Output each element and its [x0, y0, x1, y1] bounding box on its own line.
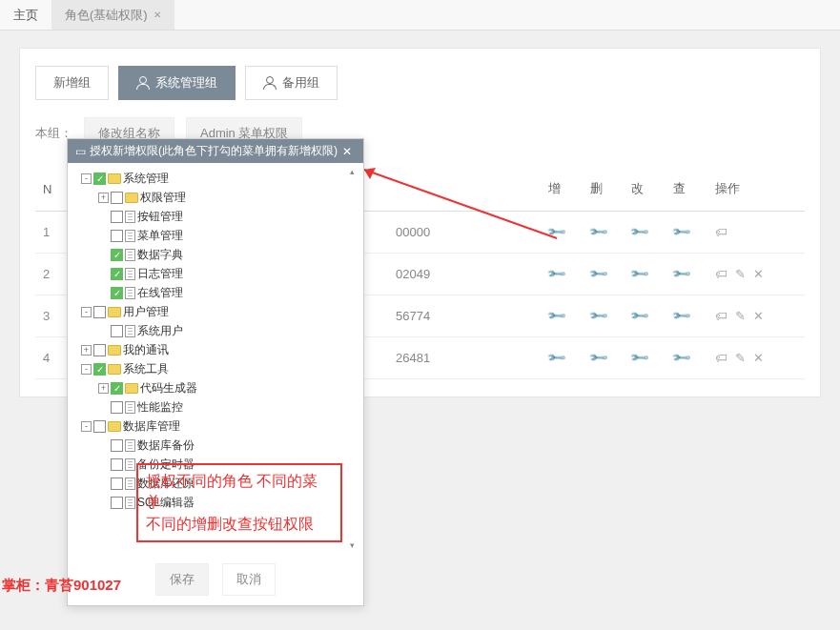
checkbox[interactable] [111, 325, 123, 337]
file-icon [125, 287, 135, 299]
tree-node[interactable]: +权限管理 [73, 188, 359, 207]
toggle-spacer [98, 288, 109, 298]
checkbox[interactable] [93, 344, 106, 356]
tree-node[interactable]: ✓在线管理 [73, 283, 359, 302]
annotation-line1: 授权不同的角色 不同的菜单 [146, 471, 333, 514]
checkbox[interactable] [111, 192, 123, 204]
wrench-icon[interactable]: 🔧 [545, 264, 566, 285]
wrench-icon[interactable]: 🔧 [670, 306, 691, 327]
close-icon[interactable]: ✕ [154, 10, 161, 20]
tag-icon[interactable]: 🏷 [715, 267, 727, 281]
wrench-icon[interactable]: 🔧 [545, 348, 566, 369]
toggle-spacer [98, 498, 109, 508]
wrench-icon[interactable]: 🔧 [545, 222, 566, 243]
tree-label: 我的通讯 [123, 342, 169, 358]
checkbox[interactable] [111, 458, 123, 471]
tree-node[interactable]: -用户管理 [73, 302, 359, 321]
col-del: 删 [583, 167, 625, 212]
delete-icon[interactable]: ✕ [753, 351, 764, 365]
tag-icon[interactable]: 🏷 [715, 351, 727, 365]
tree-node[interactable]: ✓数据字典 [73, 245, 359, 264]
tree-node[interactable]: -数据库管理 [73, 417, 359, 436]
tree-label: 系统工具 [123, 361, 169, 377]
checkbox[interactable] [111, 439, 123, 452]
wrench-icon[interactable]: 🔧 [628, 306, 649, 327]
wrench-icon[interactable]: 🔧 [670, 348, 691, 369]
label: 取消 [236, 572, 261, 586]
tag-icon[interactable]: 🏷 [715, 309, 727, 323]
wrench-icon[interactable]: 🔧 [628, 264, 649, 285]
checkbox[interactable]: ✓ [111, 268, 123, 280]
close-icon[interactable]: ✕ [338, 145, 356, 158]
tree-node[interactable]: 性能监控 [73, 397, 359, 417]
expand-icon[interactable]: + [98, 193, 109, 203]
cancel-button[interactable]: 取消 [222, 563, 276, 596]
checkbox[interactable] [93, 306, 106, 318]
file-icon [125, 458, 135, 471]
tree-node[interactable]: ✓日志管理 [73, 264, 359, 283]
checkbox[interactable]: ✓ [111, 287, 123, 299]
tree-node[interactable]: 系统用户 [73, 321, 359, 340]
scroll-up-icon[interactable]: ▴ [350, 167, 355, 176]
folder-icon [125, 383, 138, 394]
wrench-icon[interactable]: 🔧 [628, 348, 649, 369]
checkbox[interactable] [111, 401, 123, 414]
wrench-icon[interactable]: 🔧 [670, 222, 691, 243]
delete-icon[interactable]: ✕ [753, 267, 764, 281]
tree-label: 权限管理 [140, 190, 186, 206]
collapse-icon[interactable]: - [81, 173, 92, 184]
file-icon [125, 325, 135, 337]
tag-icon[interactable]: 🏷 [715, 225, 727, 239]
file-icon [125, 230, 135, 242]
checkbox[interactable] [111, 478, 123, 490]
tree-node[interactable]: 菜单管理 [73, 226, 359, 245]
checkbox[interactable]: ✓ [111, 382, 123, 395]
wrench-icon[interactable]: 🔧 [587, 222, 608, 243]
wrench-icon[interactable]: 🔧 [587, 306, 608, 327]
spare-group-button[interactable]: 备用组 [245, 66, 338, 100]
expand-icon[interactable]: + [81, 345, 92, 356]
wrench-icon[interactable]: 🔧 [587, 264, 608, 285]
toggle-spacer [98, 250, 109, 260]
modal-title: 授权新增权限(此角色下打勾的菜单拥有新增权限) [90, 143, 338, 159]
wrench-icon[interactable]: 🔧 [587, 348, 608, 369]
tree-node[interactable]: +我的通讯 [73, 340, 359, 359]
scrollbar[interactable]: ▴▾ [348, 167, 361, 550]
tree-node[interactable]: -✓系统工具 [73, 359, 359, 378]
annotation-box: 授权不同的角色 不同的菜单 不同的增删改查按钮权限 [136, 463, 342, 542]
sys-group-button[interactable]: 系统管理组 [118, 66, 236, 100]
edit-icon[interactable]: ✎ [735, 351, 746, 365]
tree-node[interactable]: -✓系统管理 [73, 169, 359, 188]
wrench-icon[interactable]: 🔧 [670, 264, 691, 285]
checkbox[interactable] [111, 497, 123, 509]
new-group-button[interactable]: 新增组 [35, 66, 109, 100]
checkbox[interactable] [111, 211, 123, 223]
file-icon [125, 478, 135, 490]
save-button[interactable]: 保存 [155, 563, 209, 596]
label: 备用组 [282, 74, 319, 91]
tree-node[interactable]: 按钮管理 [73, 207, 359, 226]
collapse-icon[interactable]: - [81, 421, 92, 432]
checkbox[interactable]: ✓ [111, 249, 123, 261]
scroll-down-icon[interactable]: ▾ [350, 540, 355, 550]
tab-home[interactable]: 主页 [0, 0, 51, 30]
edit-icon[interactable]: ✎ [735, 267, 746, 281]
tree-node[interactable]: +✓代码生成器 [73, 378, 359, 397]
cell-n: 1 [35, 212, 64, 254]
edit-icon[interactable]: ✎ [735, 309, 746, 323]
checkbox[interactable]: ✓ [93, 173, 106, 185]
cell-ops: 🏷✎✕ [707, 337, 805, 379]
folder-icon [108, 364, 121, 375]
collapse-icon[interactable]: - [81, 364, 92, 375]
tab-roles[interactable]: 角色(基础权限)✕ [51, 0, 174, 30]
checkbox[interactable] [93, 420, 106, 433]
collapse-icon[interactable]: - [81, 307, 92, 317]
wrench-icon[interactable]: 🔧 [545, 306, 566, 327]
tree-node[interactable]: 数据库备份 [73, 436, 359, 455]
checkbox[interactable]: ✓ [93, 363, 106, 376]
checkbox[interactable] [111, 230, 123, 242]
expand-icon[interactable]: + [98, 383, 109, 394]
delete-icon[interactable]: ✕ [753, 309, 764, 323]
user-icon [263, 76, 277, 90]
wrench-icon[interactable]: 🔧 [628, 222, 649, 243]
